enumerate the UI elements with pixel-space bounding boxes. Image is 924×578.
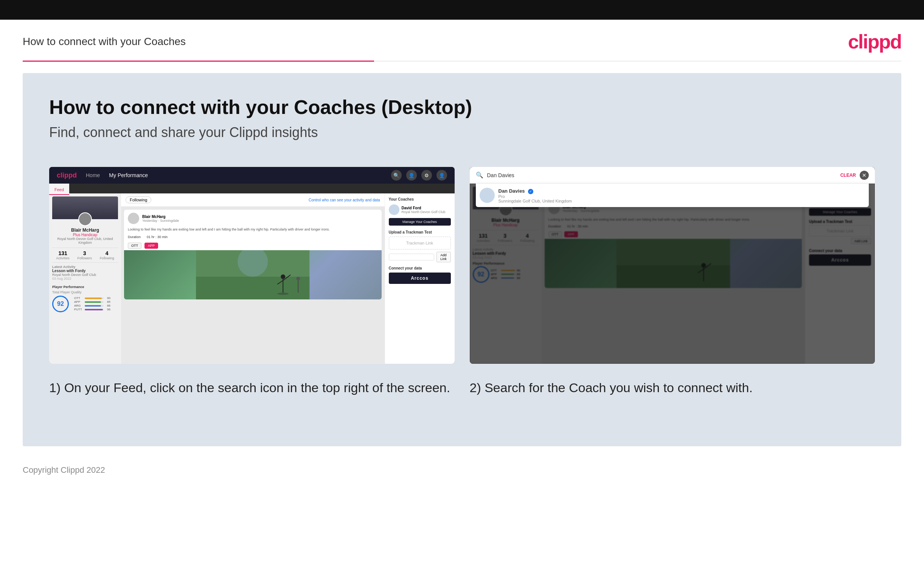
left-panel-1: Blair McHarg Plus Handicap Royal North D…: [49, 193, 121, 364]
activity-club-1: Royal North Devon Golf Club: [52, 273, 118, 277]
stat-following-label-1: Following: [100, 256, 114, 260]
post-image-1: [124, 250, 382, 299]
following-button-1[interactable]: Following: [126, 196, 151, 203]
app-body-1: Blair McHarg Plus Handicap Royal North D…: [49, 193, 455, 364]
activity-title-1: Lesson with Fordy: [52, 269, 118, 273]
latest-activity-1: Latest Activity Lesson with Fordy Royal …: [52, 263, 118, 283]
stat-activities-1: 131 Activities: [56, 250, 70, 260]
arccos-button-1[interactable]: Arccos: [389, 273, 451, 284]
search-clear-button[interactable]: CLEAR: [840, 173, 856, 178]
bar-app-1: APP 85: [74, 300, 110, 304]
app-navbar-1: clippd Home My Performance 🔍 👤 ⚙ 👤: [49, 167, 455, 183]
add-link-button-1[interactable]: Add Link: [437, 252, 451, 262]
coach-name-1: David Ford: [402, 206, 445, 210]
search-close-button[interactable]: ✕: [860, 171, 869, 180]
feed-tab-1[interactable]: Feed: [55, 187, 64, 192]
post-meta-1: Blair McHarg Yesterday · Sunningdale: [142, 214, 179, 222]
search-bar-2: 🔍 CLEAR ✕: [470, 167, 875, 183]
screenshot-panel-2: clippd Home My Performance Blair McHarg: [470, 167, 875, 397]
connect-section-1: Connect your data Arccos: [389, 266, 451, 284]
main-content: How to connect with your Coaches (Deskto…: [23, 73, 901, 446]
step2-text: 2) Search for the Coach you wish to conn…: [470, 379, 875, 397]
app-logo-1: clippd: [57, 172, 77, 179]
trackman-box-1: Trackman Link: [389, 237, 451, 250]
score-circle-1: 92: [52, 295, 69, 312]
stat-activities-label-1: Activities: [56, 256, 70, 260]
stat-following-1: 4 Following: [100, 250, 114, 260]
coach-avatar-1: [389, 205, 400, 215]
post-header-1: Blair McHarg Yesterday · Sunningdale: [124, 210, 382, 227]
manage-coaches-button-1[interactable]: Manage Your Coaches: [389, 218, 451, 226]
search-result-dropdown[interactable]: Dan Davies ✓ Pro Sunningdale Golf Club, …: [476, 183, 869, 207]
stat-followers-num-1: 3: [77, 250, 92, 256]
search-overlay-2: 🔍 CLEAR ✕ Dan Davies ✓ Pro: [470, 167, 875, 364]
stat-following-num-1: 4: [100, 250, 114, 256]
feed-post-1: Blair McHarg Yesterday · Sunningdale Loo…: [124, 210, 382, 299]
post-image-svg-1: [124, 250, 382, 299]
post-text-1: Looking to feel like my hands are exitin…: [124, 227, 382, 235]
footer: Copyright Clippd 2022: [0, 458, 924, 482]
nav-icons-1: 🔍 👤 ⚙ 👤: [391, 170, 447, 180]
coach-item-1: David Ford Royal North Devon Golf Club: [389, 205, 451, 215]
verified-badge: ✓: [528, 189, 533, 194]
profile-icon-1[interactable]: 👤: [406, 170, 417, 180]
post-duration-1: Duration 01 hr : 30 min: [124, 235, 382, 241]
activity-label-1: Latest Activity: [52, 265, 118, 269]
profile-hcp-1: Plus Handicap: [52, 233, 118, 237]
result-role: Pro: [498, 194, 572, 199]
settings-icon-1[interactable]: ⚙: [421, 170, 432, 180]
stat-followers-label-1: Followers: [77, 256, 92, 260]
nav-home-1[interactable]: Home: [86, 172, 100, 178]
copyright-text: Copyright Clippd 2022: [23, 465, 105, 475]
coach-info-1: David Ford Royal North Devon Golf Club: [402, 206, 445, 214]
app-button-1[interactable]: APP: [144, 243, 158, 249]
perf-bars-1: OTT 90 APP 85: [74, 296, 110, 312]
search-icon-1[interactable]: 🔍: [391, 170, 402, 180]
bar-ott-1: OTT 90: [74, 296, 110, 300]
user-avatar-1[interactable]: 👤: [437, 170, 447, 180]
main-subheading: Find, connect and share your Clippd insi…: [49, 125, 875, 140]
total-quality-label-1: Total Player Quality: [52, 290, 118, 294]
middle-panel-1: Following Control who can see your activ…: [121, 193, 385, 364]
post-btns-1: OTT APP: [124, 241, 382, 250]
coaches-title-1: Your Coaches: [389, 197, 451, 201]
profile-club-1: Royal North Devon Golf Club, United King…: [52, 237, 118, 245]
duration-label-1: Duration: [128, 235, 141, 239]
screenshot-frame-1: clippd Home My Performance 🔍 👤 ⚙ 👤 Feed: [49, 167, 455, 364]
screenshot-panel-1: clippd Home My Performance 🔍 👤 ⚙ 👤 Feed: [49, 167, 455, 397]
page-title: How to connect with your Coaches: [23, 36, 186, 48]
stat-followers-1: 3 Followers: [77, 250, 92, 260]
ott-button-1[interactable]: OTT: [128, 243, 141, 249]
right-panel-1: Your Coaches David Ford Royal North Devo…: [385, 193, 455, 364]
bar-putt-1: PUTT 96: [74, 308, 110, 311]
trackman-section-1: Upload a Trackman Test Trackman Link Add…: [389, 230, 451, 262]
result-name: Dan Davies: [498, 188, 525, 194]
control-link-1[interactable]: Control who can see your activity and da…: [309, 198, 380, 202]
search-input-2[interactable]: [487, 172, 837, 178]
screenshot-frame-2: clippd Home My Performance Blair McHarg: [470, 167, 875, 364]
step1-text: 1) On your Feed, click on the search ico…: [49, 379, 455, 397]
post-subtitle-1: Yesterday · Sunningdale: [142, 219, 179, 222]
profile-banner-1: [52, 196, 118, 219]
trackman-input-1[interactable]: [389, 253, 434, 260]
search-icon-overlay: 🔍: [476, 172, 483, 179]
trackman-title-1: Upload a Trackman Test: [389, 230, 451, 234]
svg-point-5: [281, 274, 285, 279]
svg-rect-1: [196, 277, 309, 299]
result-name-row: Dan Davies ✓: [498, 187, 572, 194]
result-avatar: [480, 188, 495, 203]
header-divider: [23, 60, 901, 62]
connect-title-1: Connect your data: [389, 266, 451, 270]
svg-point-9: [296, 277, 300, 281]
perf-label-1: Player Performance: [52, 285, 118, 289]
stat-activities-num-1: 131: [56, 250, 70, 256]
result-club: Sunningdale Golf Club, United Kingdom: [498, 199, 572, 203]
svg-point-3: [277, 292, 289, 295]
profile-stats-1: 131 Activities 3 Followers 4 Following: [52, 248, 118, 263]
nav-performance-1[interactable]: My Performance: [109, 172, 148, 178]
profile-avatar-1: [78, 212, 92, 226]
coach-club-1: Royal North Devon Golf Club: [402, 210, 445, 214]
post-name-1: Blair McHarg: [142, 214, 179, 219]
screenshots-row: clippd Home My Performance 🔍 👤 ⚙ 👤 Feed: [49, 167, 875, 397]
post-avatar-1: [128, 213, 139, 224]
